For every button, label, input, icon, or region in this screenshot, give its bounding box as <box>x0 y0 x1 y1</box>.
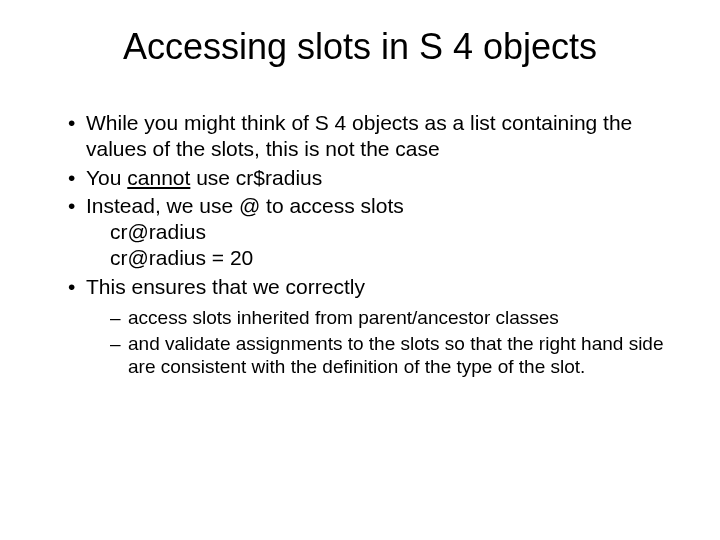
bullet-3-text: Instead, we use @ to access slots <box>86 194 404 217</box>
bullet-2-pre: You <box>86 166 127 189</box>
bullet-1: While you might think of S 4 objects as … <box>68 110 680 163</box>
bullet-2-underlined: cannot <box>127 166 190 189</box>
slide-title: Accessing slots in S 4 objects <box>40 26 680 68</box>
bullet-3-code-1: cr@radius <box>86 219 680 245</box>
bullet-2: You cannot use cr$radius <box>68 165 680 191</box>
bullet-2-post: use cr$radius <box>190 166 322 189</box>
bullet-4: This ensures that we correctly access sl… <box>68 274 680 380</box>
bullet-3: Instead, we use @ to access slots cr@rad… <box>68 193 680 272</box>
main-bullet-list: While you might think of S 4 objects as … <box>40 110 680 379</box>
bullet-4-text: This ensures that we correctly <box>86 275 365 298</box>
sub-bullet-2: and validate assignments to the slots so… <box>110 332 680 380</box>
sub-bullet-list: access slots inherited from parent/ances… <box>86 306 680 379</box>
bullet-3-code-2: cr@radius = 20 <box>86 245 680 271</box>
sub-bullet-1: access slots inherited from parent/ances… <box>110 306 680 330</box>
